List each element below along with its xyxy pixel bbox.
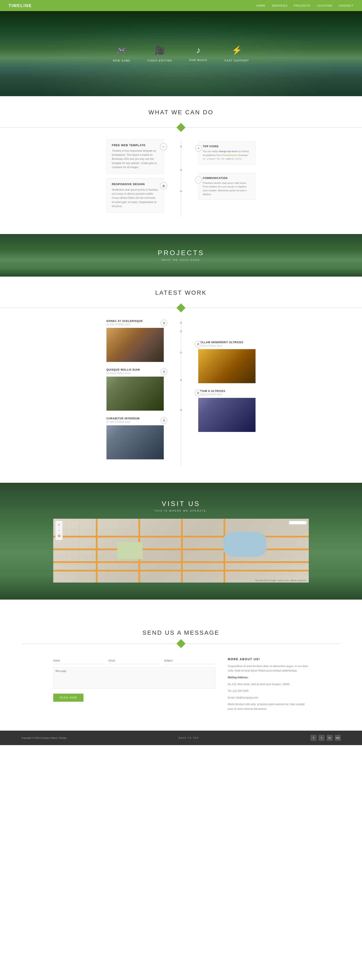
social-twitter-icon[interactable]: t <box>319 735 325 741</box>
services-title: What We Can Do <box>4 109 358 116</box>
social-facebook-icon[interactable]: f <box>311 735 316 741</box>
hero-music-label: Our Music <box>189 59 207 62</box>
music-icon: ♪ <box>196 45 201 55</box>
portfolio-dot-5 <box>180 409 182 411</box>
map-road-v3 <box>181 519 183 582</box>
portfolio-sub-2: In Solutions 2014 <box>107 372 164 374</box>
send-button[interactable]: Send Now <box>53 694 83 702</box>
service-body-1: Timeline is free responsive template by … <box>112 149 158 169</box>
nav-services[interactable]: Services <box>272 4 288 7</box>
map-zoom-in[interactable]: + <box>56 522 62 527</box>
projects-subtitle: What We Have Done <box>162 259 200 261</box>
service-body-2: Vestibulum ante ipsum primis in faucibus… <box>112 188 158 208</box>
contact-title: Send Us A Message <box>26 629 336 636</box>
name-input[interactable] <box>53 657 104 664</box>
form-row-top <box>53 657 215 664</box>
portfolio-center-line <box>181 320 181 466</box>
visit-title: Visit Us <box>21 500 341 508</box>
visit-section: Visit Us This Is Where We Operate. + − ⊕ <box>0 483 362 600</box>
latest-work-divider <box>0 305 362 311</box>
hero-icon-music: ♪ Our Music <box>189 45 207 62</box>
contact-form: Send Now <box>53 657 215 714</box>
right-card-title-1: Top Icons <box>203 145 251 148</box>
service-title-1: Free Web Template <box>112 144 158 147</box>
map-type-toggle: Map Satellite <box>289 521 307 525</box>
contact-info-description: Suspendisse sit amet tincidunt dolor, et… <box>228 664 309 673</box>
right-card-icons: ★ Top Icons You can easily change top ic… <box>198 141 255 164</box>
service-card-template: Free Web Template Timeline is free respo… <box>107 139 164 174</box>
portfolio-item-3: Curabitur Interdum In Solutions 2014 🖼 <box>107 417 164 459</box>
email-input[interactable] <box>108 657 160 664</box>
footer-copyright: Copyright © 2016 Company Name | Design: <box>21 737 67 739</box>
portfolio-image-tablet <box>107 377 164 410</box>
contact-tel: Tel: (11) 020 5340 <box>228 689 309 694</box>
portfolio-image-taxis <box>198 349 255 383</box>
service-card-responsive: Responsive Design Vestibulum ante ipsum … <box>107 178 164 213</box>
right-card-communication: ⋯ Communication Phasellus lobortis vitae… <box>198 173 255 200</box>
hero-game-label: New Game <box>113 59 131 62</box>
back-to-top-link[interactable]: Back To Top <box>179 737 199 739</box>
gamepad-icon: 🎮 <box>116 45 127 55</box>
nav-contact[interactable]: Contact <box>339 4 354 7</box>
map-water <box>223 531 266 557</box>
contact-mailing-body: No 123, New street, Sed sit amet arcu id… <box>228 682 309 687</box>
portfolio-icon-1: 🖼 <box>161 320 167 326</box>
navbar-nav: Home Services Projects Location Contact <box>257 4 354 8</box>
nav-location[interactable]: Location <box>317 4 333 7</box>
map-park <box>117 542 143 559</box>
timeline-dot-2 <box>180 169 182 171</box>
social-linkedin-icon[interactable]: in <box>327 735 333 741</box>
latest-work-section: Latest Work Donec At Scelerisque In Solu… <box>0 277 362 483</box>
nav-projects[interactable]: Projects <box>294 4 310 7</box>
portfolio-sub-5: In Solutions 2014 <box>198 393 255 396</box>
dots-icon: ⋯ <box>195 177 202 183</box>
portfolio-item-2: Quisque Mollis Diam In Solutions 2014 🖼 <box>107 368 164 410</box>
services-divider <box>0 124 362 130</box>
portfolio-title-2: Quisque Mollis Diam <box>107 368 164 371</box>
right-card-title-2: Communication <box>203 177 251 180</box>
portfolio-sub-4: In Solutions 2014 <box>198 345 255 347</box>
contact-section: Send Us A Message Send Now More About Us… <box>0 600 362 731</box>
footer: Copyright © 2016 Company Name | Design: … <box>0 731 362 745</box>
navbar: Timeline Home Services Projects Location… <box>0 0 362 11</box>
star-icon: ★ <box>195 145 202 152</box>
bolt-icon: ⚡ <box>231 45 242 55</box>
video-icon: 🎥 <box>155 45 165 55</box>
portfolio-dot-1 <box>180 322 182 324</box>
projects-title: Projects <box>158 249 204 257</box>
portfolio-sub-1: In Solutions 2014 <box>107 323 164 326</box>
map-controls[interactable]: + − ⊕ <box>55 521 62 540</box>
service-title-2: Responsive Design <box>112 183 158 186</box>
timeline-dot-1 <box>180 146 182 148</box>
map-zoom-out[interactable]: − <box>56 528 62 533</box>
nav-home[interactable]: Home <box>257 4 266 7</box>
timeline-center-line <box>181 139 181 217</box>
portfolio-dot-4 <box>180 379 182 381</box>
map-type-map[interactable]: Map <box>291 522 295 524</box>
hero-icon-support: ⚡ Fast Support <box>225 45 249 62</box>
portfolio-sub-3: In Solutions 2014 <box>107 421 164 423</box>
hero-icon-video: 🎥 Video Editing <box>148 45 172 62</box>
portfolio-icon-3: 🖼 <box>161 417 167 424</box>
portfolio-dot-3 <box>180 352 182 354</box>
map-compass[interactable]: ⊕ <box>56 533 62 539</box>
message-textarea[interactable] <box>53 667 215 689</box>
contact-info-title: More About Us! <box>228 657 309 661</box>
projects-banner: Projects What We Have Done <box>0 234 362 277</box>
portfolio-title-3: Curabitur Interdum <box>107 417 164 420</box>
contact-info: More About Us! Suspendisse sit amet tinc… <box>228 657 309 714</box>
contact-title-block: Send Us A Message <box>21 617 341 640</box>
right-card-body-1: You can easily change top icons by looki… <box>203 150 251 161</box>
subject-input[interactable] <box>164 657 215 664</box>
social-rss-icon[interactable]: rss <box>335 735 341 741</box>
map-type-satellite[interactable]: Satellite <box>297 522 305 524</box>
portfolio-icon-2: 🖼 <box>161 368 167 375</box>
map-attribution: Map data ©2014 Google · Terms of Use · R… <box>255 579 307 581</box>
pencil-icon: ✏ <box>160 143 167 150</box>
services-section: What We Can Do Free Web Template Timelin… <box>0 96 362 234</box>
portfolio-item-1: Donec At Scelerisque In Solutions 2014 🖼 <box>107 320 164 362</box>
green-arrow-2-icon <box>177 304 185 312</box>
monitor-icon: ▣ <box>160 182 167 189</box>
portfolio-dot-2 <box>180 330 182 332</box>
hero-icon-game: 🎮 New Game <box>113 45 131 62</box>
